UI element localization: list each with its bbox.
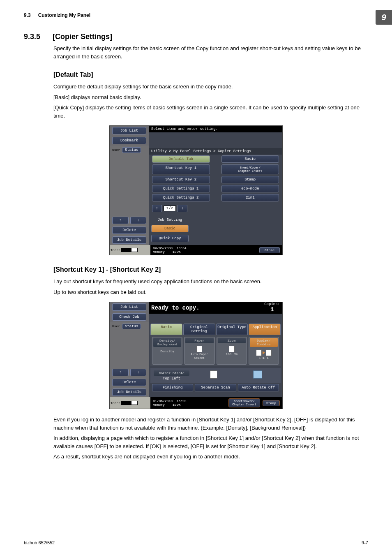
duplex-panel[interactable]: Duplex/ Combine1 ▶ 1 bbox=[249, 337, 279, 365]
status-button[interactable]: Status bbox=[122, 147, 141, 153]
intro-paragraph: Specify the initial display settings for… bbox=[53, 44, 368, 60]
paper-icon bbox=[196, 346, 202, 352]
basic-option[interactable]: Basic bbox=[151, 225, 189, 232]
shortcut-key-2-item[interactable]: Shortcut Key 2 bbox=[152, 176, 210, 183]
breadcrumb: Utility > My Panel Settings > Copier Set… bbox=[149, 148, 282, 155]
copies-label: Copies: bbox=[264, 302, 280, 306]
shortcut-key-1-item[interactable]: Shortcut Key 1 bbox=[152, 164, 210, 174]
tab-original-setting[interactable]: Original Setting bbox=[183, 324, 215, 335]
tab-application[interactable]: Application bbox=[249, 324, 281, 335]
job-details-button[interactable]: Job Details bbox=[112, 388, 146, 396]
toner-label: Toner bbox=[111, 248, 120, 252]
default-tab-item[interactable]: Default Tab bbox=[152, 155, 210, 163]
default-tab-heading: [Default Tab] bbox=[53, 71, 368, 79]
quick-settings-1-item[interactable]: Quick Settings 1 bbox=[152, 185, 210, 192]
time-label: 13:34 bbox=[177, 246, 187, 250]
tab-original-type[interactable]: Original Type bbox=[216, 324, 248, 335]
arrow-icon bbox=[263, 351, 265, 354]
date-label: 09/05/2008 bbox=[153, 246, 173, 250]
zoom-icon bbox=[229, 346, 235, 352]
sheet-cover-chapter-button[interactable]: Sheet/Cover/ Chapter Insert bbox=[228, 398, 260, 407]
toner-gauge bbox=[121, 248, 138, 252]
instruction-text: Select item and enter setting. bbox=[149, 126, 282, 132]
shortcut-p1: Lay out shortcut keys for frequently use… bbox=[53, 278, 368, 286]
toner-label: Toner bbox=[111, 401, 120, 405]
job-list-button[interactable]: Job List bbox=[112, 127, 146, 134]
zoom-panel[interactable]: Zoom100.0% bbox=[217, 337, 247, 365]
up-button[interactable]: ↑ bbox=[112, 217, 129, 224]
memory-label: Memory bbox=[153, 250, 165, 254]
chapter-badge: 9 bbox=[376, 10, 392, 25]
separate-scan-icon bbox=[253, 370, 262, 379]
memory-label: Memory bbox=[153, 403, 165, 407]
duplex-icon-a bbox=[256, 349, 262, 356]
default-tab-p1: Configure the default display settings f… bbox=[53, 83, 368, 91]
bookmark-button[interactable]: Bookmark bbox=[112, 137, 146, 144]
job-details-button[interactable]: Job Details bbox=[112, 236, 146, 244]
after-p3: As a result, shortcut keys are not displ… bbox=[53, 453, 368, 461]
copies-value: 1 bbox=[270, 306, 274, 313]
pager-up-button[interactable]: ↑ bbox=[152, 205, 162, 212]
screenshot-copier-settings: Job List Bookmark Select item and enter … bbox=[109, 125, 283, 255]
after-p1: Even if you log in to another model and … bbox=[53, 416, 368, 432]
shortcut-key-2-value: Stamp bbox=[221, 176, 279, 183]
page-footer: bizhub 652/552 9-7 bbox=[24, 540, 368, 545]
quick-settings-2-item[interactable]: Quick Settings 2 bbox=[152, 194, 210, 201]
auto-rotate-button[interactable]: Auto Rotate Off bbox=[238, 384, 279, 391]
down-button[interactable]: ↓ bbox=[130, 217, 147, 224]
after-p2: In addition, displaying a page with whic… bbox=[53, 434, 368, 450]
header-rule bbox=[24, 20, 368, 20]
toner-gauge bbox=[121, 401, 138, 405]
header-section-number: 9.3 bbox=[24, 12, 31, 18]
default-tab-p3: [Quick Copy] displays the setting items … bbox=[53, 104, 368, 120]
stamp-button[interactable]: Stamp bbox=[263, 400, 280, 406]
quick-settings-2-value: 2in1 bbox=[221, 194, 279, 201]
time-label: 16:55 bbox=[177, 399, 187, 403]
quick-copy-option[interactable]: Quick Copy bbox=[151, 235, 189, 242]
shortcut-p2: Up to two shortcut keys can be laid out. bbox=[53, 288, 368, 296]
up-button[interactable]: ↑ bbox=[112, 369, 129, 376]
separate-scan-button[interactable]: Separate Scan bbox=[195, 384, 236, 391]
duplex-icon-b bbox=[266, 349, 272, 356]
memory-pct: 100% bbox=[173, 250, 180, 254]
status-button[interactable]: Status bbox=[122, 324, 141, 329]
delete-button[interactable]: Delete bbox=[112, 379, 146, 386]
close-button[interactable]: Close bbox=[259, 247, 280, 253]
default-tab-value: Basic bbox=[221, 155, 279, 163]
subsection-number: 9.3.5 bbox=[24, 32, 53, 41]
footer-page: 9-7 bbox=[362, 540, 368, 545]
footer-model: bizhub 652/552 bbox=[24, 540, 55, 545]
tab-basic[interactable]: Basic bbox=[150, 324, 182, 335]
subsection-heading: 9.3.5 [Copier Settings] bbox=[24, 32, 368, 41]
shortcut-heading: [Shortcut Key 1] - [Shortcut Key 2] bbox=[53, 266, 368, 273]
finishing-icon bbox=[210, 370, 217, 379]
user-label: User bbox=[112, 148, 120, 152]
default-tab-p2: [Basic] displays normal basic display. bbox=[53, 93, 368, 102]
corner-staple-label: Corner Staple bbox=[154, 370, 189, 376]
date-label: 01/06/2010 bbox=[153, 399, 173, 403]
density-panel[interactable]: Density/ BackgroundDensity bbox=[152, 337, 182, 365]
finishing-button[interactable]: Finishing bbox=[152, 384, 193, 391]
job-list-button[interactable]: Job List bbox=[112, 303, 146, 311]
screenshot-ready-to-copy: Job List Check Job Ready to copy. Copies… bbox=[109, 302, 283, 409]
header-section-title: Customizing My Panel bbox=[38, 12, 90, 18]
shortcut-key-1-value: Sheet/Cover/ Chapter Insert bbox=[221, 164, 279, 174]
quick-settings-1-value: eco-mode bbox=[221, 185, 279, 192]
page-header: 9.3 Customizing My Panel bbox=[24, 12, 368, 18]
paper-panel[interactable]: PaperAuto Paper Select bbox=[184, 337, 214, 365]
down-button[interactable]: ↓ bbox=[130, 369, 147, 376]
ready-text: Ready to copy. bbox=[149, 302, 282, 314]
user-label: User bbox=[112, 324, 120, 328]
subsection-title: [Copier Settings] bbox=[53, 32, 112, 41]
delete-button[interactable]: Delete bbox=[112, 227, 146, 234]
memory-pct: 100% bbox=[173, 403, 180, 407]
pager-page: 1/2 bbox=[164, 206, 176, 211]
pager-down-button[interactable]: ↓ bbox=[178, 205, 187, 212]
job-setting-label: Job Setting bbox=[150, 218, 189, 222]
corner-staple-value: Top Left bbox=[163, 377, 180, 381]
check-job-button[interactable]: Check Job bbox=[112, 313, 146, 321]
